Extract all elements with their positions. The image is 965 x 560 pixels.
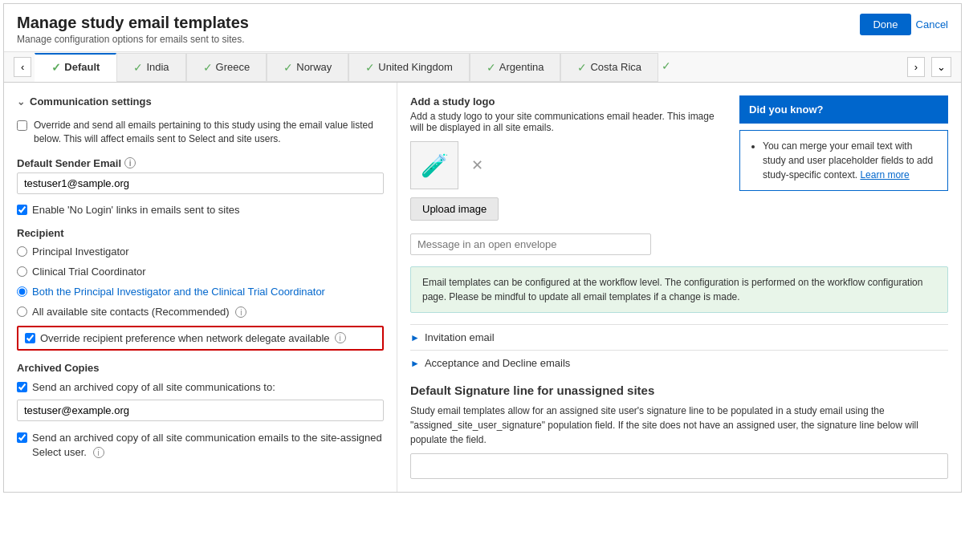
radio-ctc-label: Clinical Trial Coordinator	[32, 266, 146, 278]
right-top: Add a study logo Add a study logo to you…	[410, 95, 948, 266]
radio-pi: Principal Investigator	[17, 246, 384, 258]
signature-input[interactable]	[410, 453, 948, 479]
check-icon-uk: ✓	[365, 61, 375, 74]
tab-norway-label: Norway	[296, 61, 332, 73]
logo-section: Add a study logo Add a study logo to you…	[410, 95, 727, 221]
left-panel: ⌄ Communication settings Override and se…	[4, 83, 397, 492]
radio-ctc: Clinical Trial Coordinator	[17, 266, 384, 278]
archived-site-row: Send an archived copy of all site commun…	[17, 431, 384, 460]
radio-both: Both the Principal Investigator and the …	[17, 286, 384, 298]
done-button[interactable]: Done	[860, 14, 910, 35]
acceptance-decline-row[interactable]: ► Acceptance and Decline emails	[410, 350, 948, 375]
page-title: Manage study email templates	[17, 14, 249, 32]
radio-ctc-input[interactable]	[17, 266, 27, 277]
tab-norway[interactable]: ✓ Norway	[267, 53, 348, 82]
right-panel: Add a study logo Add a study logo to you…	[397, 83, 961, 492]
tab-argentina-label: Argentina	[499, 61, 544, 73]
check-icon-argentina: ✓	[487, 61, 496, 74]
logo-desc: Add a study logo to your site communicat…	[410, 111, 727, 133]
invitation-email-row[interactable]: ► Invitation email	[410, 324, 948, 350]
radio-all-input[interactable]	[17, 306, 27, 317]
info-icon-override[interactable]: i	[335, 332, 346, 343]
info-icon-sender[interactable]: i	[124, 157, 136, 168]
logo-close-button[interactable]: ✕	[471, 156, 483, 174]
archived-send-checkbox[interactable]	[17, 382, 27, 392]
signature-desc: Study email templates allow for an assig…	[410, 404, 948, 447]
flask-icon: 🧪	[421, 152, 449, 179]
override-row: Override and send all emails pertaining …	[17, 119, 384, 146]
signature-section: Default Signature line for unassigned si…	[410, 383, 948, 479]
check-icon-default: ✓	[51, 61, 61, 74]
tab-india[interactable]: ✓ India	[116, 53, 185, 82]
tab-default[interactable]: ✓ Default	[35, 53, 116, 82]
tab-dropdown-button[interactable]: ⌄	[931, 57, 951, 77]
logo-title: Add a study logo	[410, 95, 727, 108]
did-you-know-panel: Did you know? You can merge your email t…	[739, 95, 948, 266]
chevron-right-icon-invitation: ►	[410, 332, 420, 343]
chevron-down-icon: ⌄	[17, 96, 25, 108]
radio-both-input[interactable]	[17, 286, 27, 297]
check-icon-india: ✓	[133, 61, 143, 74]
logo-area: 🧪 ✕	[410, 141, 727, 189]
communication-settings-header[interactable]: ⌄ Communication settings	[17, 95, 384, 108]
override-recipient-label: Override recipient preference when netwo…	[40, 332, 330, 344]
no-login-checkbox[interactable]	[17, 205, 27, 215]
check-icon-more: ✓	[658, 53, 674, 82]
page-subtitle: Manage configuration options for emails …	[17, 34, 249, 45]
envelope-input[interactable]	[410, 233, 651, 255]
logo-and-info: Add a study logo Add a study logo to you…	[410, 95, 727, 266]
info-icon-archived-site[interactable]: i	[93, 447, 104, 458]
header-buttons: Done Cancel	[860, 14, 948, 35]
tab-uk-label: United Kingdom	[378, 61, 453, 73]
radio-pi-label: Principal Investigator	[32, 246, 129, 258]
no-login-row: Enable 'No Login' links in emails sent t…	[17, 204, 384, 216]
info-icon-all[interactable]: i	[235, 306, 246, 318]
acceptance-decline-label: Acceptance and Decline emails	[425, 357, 570, 369]
radio-all: All available site contacts (Recommended…	[17, 306, 384, 318]
did-you-know-content: You can merge your email text with study…	[739, 130, 948, 191]
tab-default-label: Default	[64, 61, 100, 73]
chevron-right-icon-acceptance: ►	[410, 358, 420, 369]
archived-site-checkbox[interactable]	[17, 432, 27, 443]
tab-india-label: India	[146, 61, 169, 73]
default-sender-input[interactable]	[17, 172, 384, 194]
radio-pi-input[interactable]	[17, 246, 27, 257]
tab-nav-prev[interactable]: ‹	[14, 57, 31, 77]
main-content: ⌄ Communication settings Override and se…	[4, 83, 961, 492]
no-login-label: Enable 'No Login' links in emails sent t…	[32, 204, 240, 216]
tab-greece[interactable]: ✓ Greece	[186, 53, 267, 82]
radio-both-label: Both the Principal Investigator and the …	[32, 286, 325, 298]
tab-uk[interactable]: ✓ United Kingdom	[348, 53, 470, 82]
archived-copies-label: Archived Copies	[17, 362, 384, 374]
learn-more-link[interactable]: Learn more	[860, 169, 909, 181]
page-header: Manage study email templates Manage conf…	[4, 4, 961, 52]
check-icon-costarica: ✓	[577, 61, 587, 74]
override-checkbox[interactable]	[17, 120, 27, 131]
tab-nav-next[interactable]: ›	[907, 57, 925, 77]
archived-site-label: Send an archived copy of all site commun…	[32, 431, 384, 460]
tab-argentina[interactable]: ✓ Argentina	[470, 53, 561, 82]
radio-all-label: All available site contacts (Recommended…	[32, 306, 246, 318]
tabs-container: ‹ ✓ Default ✓ India ✓ Greece ✓ Norway ✓ …	[4, 52, 961, 83]
upload-image-button[interactable]: Upload image	[410, 197, 499, 221]
tab-costarica-label: Costa Rica	[590, 61, 641, 73]
override-recipient-checkbox[interactable]	[25, 333, 35, 343]
info-box: Email templates can be configured at the…	[410, 266, 948, 313]
header-title-block: Manage study email templates Manage conf…	[17, 14, 249, 45]
communication-settings-label: Communication settings	[30, 95, 152, 108]
recipient-section-label: Recipient	[17, 227, 384, 239]
tab-costarica[interactable]: ✓ Costa Rica	[560, 53, 658, 82]
archived-send-row: Send an archived copy of all site commun…	[17, 380, 384, 395]
cancel-button[interactable]: Cancel	[916, 18, 948, 30]
signature-title: Default Signature line for unassigned si…	[410, 383, 948, 397]
tab-greece-label: Greece	[216, 61, 250, 73]
check-icon-norway: ✓	[283, 61, 293, 74]
check-icon-greece: ✓	[203, 61, 213, 74]
override-recipient-row: Override recipient preference when netwo…	[17, 326, 384, 351]
did-you-know-header: Did you know?	[739, 95, 948, 124]
override-label: Override and send all emails pertaining …	[34, 119, 384, 146]
default-sender-label: Default Sender Email i	[17, 157, 384, 169]
tabs-scroll: ✓ Default ✓ India ✓ Greece ✓ Norway ✓ Un…	[35, 53, 903, 82]
logo-preview: 🧪	[410, 141, 458, 189]
archived-email-input[interactable]	[17, 400, 384, 421]
